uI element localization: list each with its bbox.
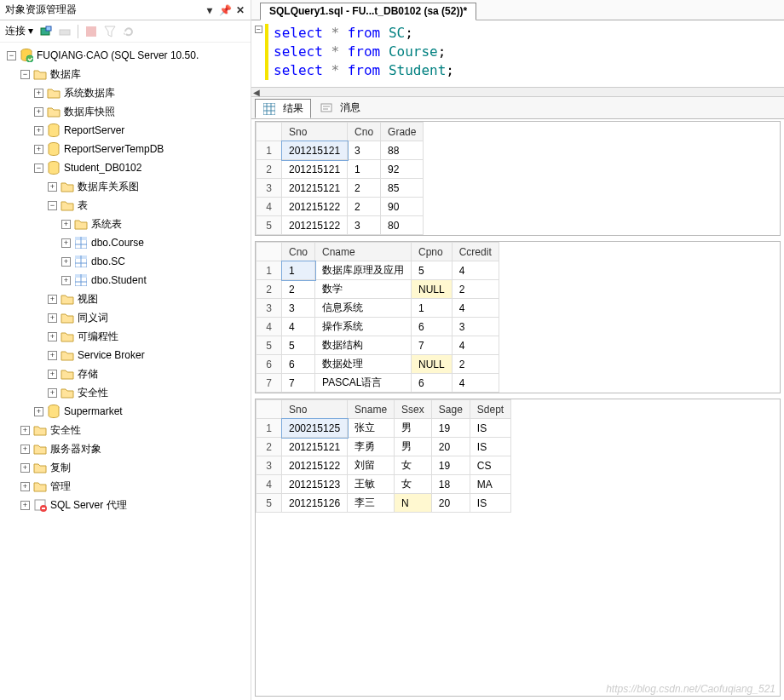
cell[interactable]: 6 <box>412 374 453 393</box>
cell[interactable]: 4 <box>452 261 499 280</box>
cell[interactable]: CS <box>470 456 510 475</box>
cell[interactable]: 数据库原理及应用 <box>315 261 412 280</box>
cell[interactable]: 7 <box>412 336 453 355</box>
table-row[interactable]: 11数据库原理及应用54 <box>257 261 499 280</box>
cell[interactable]: 20 <box>431 494 470 513</box>
cell[interactable]: 女 <box>395 475 432 494</box>
column-header[interactable]: Cname <box>315 243 412 261</box>
tab-messages[interactable]: 消息 <box>313 99 367 117</box>
cell[interactable]: 女 <box>395 456 432 475</box>
connect-button[interactable]: 连接 ▾ <box>5 24 33 38</box>
cell[interactable]: 2 <box>452 280 499 299</box>
expand-toggle[interactable]: + <box>48 295 57 304</box>
object-tree[interactable]: −FUQIANG·CAO (SQL Server 10.50.−数据库+系统数据… <box>0 43 251 700</box>
cell[interactable]: MA <box>470 475 510 494</box>
filter-icon[interactable] <box>102 24 118 39</box>
refresh-icon[interactable] <box>121 24 136 39</box>
cell[interactable]: 李勇 <box>348 438 395 456</box>
cell[interactable]: 201215121 <box>282 141 348 160</box>
tree-item[interactable]: −数据库 <box>3 65 251 83</box>
result-grid-3[interactable]: SnoSnameSsexSageSdept1200215125张立男19IS22… <box>255 399 781 697</box>
cell[interactable]: 男 <box>395 419 432 438</box>
tree-item[interactable]: +安全性 <box>3 421 251 439</box>
cell[interactable]: 85 <box>381 179 424 198</box>
tree-item[interactable]: +Service Broker <box>3 346 251 364</box>
tree-item[interactable]: +ReportServer <box>3 121 251 140</box>
tree-item[interactable]: +系统表 <box>3 215 251 233</box>
result-grid-2[interactable]: CnoCnameCpnoCcredit11数据库原理及应用5422数学NULL2… <box>255 241 781 393</box>
cell[interactable]: 7 <box>282 374 315 393</box>
cell[interactable]: 88 <box>381 141 424 160</box>
expand-toggle[interactable]: + <box>20 501 30 510</box>
tree-item[interactable]: +存储 <box>3 364 251 383</box>
tree-item[interactable]: −表 <box>3 196 251 215</box>
column-header[interactable]: Sage <box>431 400 470 419</box>
tree-item[interactable]: −FUQIANG·CAO (SQL Server 10.50. <box>3 46 251 65</box>
cell[interactable]: 201215122 <box>282 456 348 475</box>
expand-toggle[interactable]: + <box>34 407 43 416</box>
disconnect-icon[interactable] <box>57 24 72 39</box>
connect-icon[interactable] <box>38 24 54 39</box>
cell[interactable]: 数据结构 <box>315 336 412 355</box>
expand-toggle[interactable]: + <box>20 482 30 491</box>
pin-icon[interactable]: 📌 <box>218 3 232 17</box>
cell[interactable]: 3 <box>282 299 315 318</box>
cell[interactable]: 20 <box>431 438 470 456</box>
table-row[interactable]: 77PASCAL语言64 <box>257 374 499 393</box>
cell[interactable]: 王敏 <box>348 475 395 494</box>
cell[interactable]: 6 <box>282 355 315 374</box>
table-row[interactable]: 1200215125张立男19IS <box>257 419 511 438</box>
expand-toggle[interactable]: + <box>48 388 57 398</box>
cell[interactable]: 数据处理 <box>315 355 412 374</box>
tree-item[interactable]: +dbo.Student <box>3 271 251 290</box>
table-row[interactable]: 66数据处理NULL2 <box>257 355 499 374</box>
table-row[interactable]: 4201215123王敏女18MA <box>257 475 511 494</box>
table-row[interactable]: 5201215122380 <box>257 216 424 235</box>
column-header[interactable]: Sdept <box>470 400 510 419</box>
tree-item[interactable]: +Supermarket <box>3 402 251 421</box>
table-row[interactable]: 44操作系统63 <box>257 318 499 336</box>
table-row[interactable]: 1201215121388 <box>257 141 424 160</box>
editor-tab[interactable]: SQLQuery1.sql - FU...t_DB0102 (sa (52))* <box>260 3 476 20</box>
collapse-icon[interactable]: − <box>255 26 262 33</box>
tree-item[interactable]: −Student_DB0102 <box>3 158 251 177</box>
cell[interactable]: NULL <box>412 355 453 374</box>
expand-toggle[interactable]: − <box>7 51 16 60</box>
cell[interactable]: 2 <box>282 280 315 299</box>
table-row[interactable]: 3201215121285 <box>257 179 424 198</box>
column-header[interactable]: Grade <box>381 123 424 141</box>
cell[interactable]: 3 <box>452 318 499 336</box>
sql-editor[interactable]: − select * from SC;select * from Course;… <box>251 20 784 87</box>
cell[interactable]: 201215122 <box>282 216 348 235</box>
cell[interactable]: 2 <box>452 355 499 374</box>
cell[interactable]: 操作系统 <box>315 318 412 336</box>
cell[interactable]: 5 <box>282 336 315 355</box>
cell[interactable]: 刘留 <box>348 456 395 475</box>
cell[interactable]: 19 <box>431 419 470 438</box>
cell[interactable]: 4 <box>452 374 499 393</box>
column-header[interactable]: Sname <box>348 400 395 419</box>
cell[interactable]: 1 <box>282 261 315 280</box>
column-header[interactable]: Cno <box>282 243 315 261</box>
column-header[interactable]: Ssex <box>395 400 432 419</box>
table-row[interactable]: 5201215126李三N20IS <box>257 494 511 513</box>
cell[interactable]: 201215121 <box>282 179 348 198</box>
expand-toggle[interactable]: − <box>48 201 57 210</box>
result-grid-1[interactable]: SnoCnoGrade12012151213882201215121192320… <box>255 121 781 236</box>
cell[interactable]: 90 <box>381 198 424 216</box>
tree-item[interactable]: +管理 <box>3 477 251 496</box>
tree-item[interactable]: +复制 <box>3 458 251 477</box>
table-row[interactable]: 3201215122刘留女19CS <box>257 456 511 475</box>
cell[interactable]: 201215122 <box>282 198 348 216</box>
tree-item[interactable]: +系统数据库 <box>3 83 251 102</box>
expand-toggle[interactable]: + <box>61 220 71 229</box>
cell[interactable]: 4 <box>452 299 499 318</box>
editor-scrollbar[interactable]: ◀ <box>251 87 784 97</box>
cell[interactable]: 数学 <box>315 280 412 299</box>
expand-toggle[interactable]: − <box>20 70 30 79</box>
table-row[interactable]: 22数学NULL2 <box>257 280 499 299</box>
cell[interactable]: 6 <box>412 318 453 336</box>
expand-toggle[interactable]: + <box>34 89 43 98</box>
cell[interactable]: 信息系统 <box>315 299 412 318</box>
expand-toggle[interactable]: + <box>34 145 43 154</box>
